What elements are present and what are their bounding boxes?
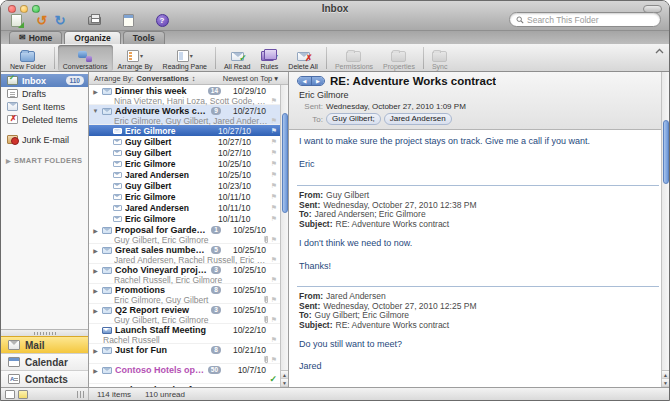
disclosure-triangle-icon[interactable]: ▶ bbox=[92, 367, 99, 374]
search-input[interactable] bbox=[527, 15, 654, 25]
view-contacts[interactable]: Contacts bbox=[1, 370, 88, 387]
flag-icon[interactable]: ⚑ bbox=[271, 117, 277, 124]
tab-organize[interactable]: Organize bbox=[64, 31, 120, 44]
meeting-row[interactable]: Launch Staff Meeting 10/22/10 Rachel Rus… bbox=[89, 324, 280, 344]
sidebar-item-junk[interactable]: Junk E-mail bbox=[1, 133, 88, 146]
scroll-up-button[interactable]: ▲ bbox=[662, 371, 669, 379]
arrange-by-control[interactable]: Arrange By: Conversations ↕ bbox=[94, 74, 223, 83]
conversation-row[interactable]: ▶ Just for Fun 8 10/21/10 ⚑ bbox=[89, 344, 280, 364]
scrollbar-thumb[interactable] bbox=[282, 113, 288, 213]
new-item-button[interactable] bbox=[7, 12, 25, 28]
flag-icon[interactable]: ⚑ bbox=[265, 182, 277, 189]
flag-icon[interactable]: ⚑ bbox=[265, 171, 277, 178]
delete-all-button[interactable]: ✗ Delete All bbox=[283, 45, 323, 71]
deleted-items-icon bbox=[7, 115, 18, 124]
conversation-row[interactable]: ▶ Great sales numbers for new d... 5 10/… bbox=[89, 244, 280, 264]
message-row[interactable]: Jared Andersen 10/11/10 ⚑ bbox=[89, 202, 280, 213]
conversation-row[interactable]: ▼ Adventure Works contract 9 10/27/10 Er… bbox=[89, 105, 280, 125]
disclosure-triangle-icon[interactable]: ▶ bbox=[92, 307, 99, 314]
disclosure-triangle-icon[interactable]: ▶ bbox=[92, 347, 99, 354]
flag-icon[interactable]: ⚑ bbox=[271, 276, 277, 283]
new-folder-button[interactable]: New Folder bbox=[5, 45, 51, 71]
message-row[interactable]: Eric Gilmore 10/11/10 ⚑ bbox=[89, 191, 280, 202]
reading-pane-button[interactable]: ▾ Reading Pane bbox=[158, 45, 212, 71]
message-row[interactable]: Guy Gilbert 10/27/10 ⚑ bbox=[89, 136, 280, 147]
disclosure-triangle-icon[interactable]: ▼ bbox=[92, 108, 99, 114]
flag-icon[interactable]: ⚑ bbox=[265, 204, 277, 211]
disclosure-triangle-icon[interactable]: ▶ bbox=[92, 267, 99, 274]
disclosure-triangle-icon[interactable]: ▶ bbox=[92, 227, 99, 234]
conversation-row[interactable]: ▶ Budget planning for next quarter bbox=[89, 384, 280, 387]
disclosure-triangle-icon[interactable]: ▶ bbox=[92, 88, 99, 95]
sidebar-item-drafts[interactable]: Drafts bbox=[1, 87, 88, 100]
conversations-button[interactable]: Conversations bbox=[58, 45, 113, 71]
message-row[interactable]: Jared Andersen 10/25/10 ⚑ bbox=[89, 169, 280, 180]
recipient-chip[interactable]: Guy Gilbert; bbox=[326, 113, 381, 125]
disclosure-triangle-icon[interactable]: ▶ bbox=[92, 387, 99, 388]
all-read-button[interactable]: ✓ All Read bbox=[219, 45, 255, 71]
collapse-ribbon-button[interactable] bbox=[653, 46, 666, 56]
print-button[interactable] bbox=[85, 12, 103, 28]
undo-button[interactable]: ↺ bbox=[33, 12, 51, 28]
conversation-row[interactable]: ▶ Contoso Hotels opportunity 50 10/7/10 … bbox=[89, 364, 280, 384]
reading-scrollbar[interactable]: ▲ ▼ bbox=[661, 72, 669, 387]
scrollbar-thumb[interactable] bbox=[663, 120, 669, 184]
list-scrollbar[interactable]: ▲ ▼ bbox=[280, 85, 288, 387]
smart-folders-header[interactable]: ▶ SMART FOLDERS bbox=[1, 156, 88, 165]
view-calendar[interactable]: Calendar bbox=[1, 353, 88, 370]
flag-icon[interactable]: ⚑ bbox=[265, 138, 277, 145]
conversation-row[interactable]: ▶ Proposal for Garden makeover 1 10/25/1… bbox=[89, 224, 280, 244]
tab-home[interactable]: ✉ Home bbox=[9, 31, 62, 44]
next-message-button[interactable]: ▶ bbox=[311, 77, 324, 85]
tab-tools[interactable]: Tools bbox=[123, 31, 165, 44]
message-row[interactable]: Guy Gilbert 10/23/10 ⚑ bbox=[89, 180, 280, 191]
flag-icon[interactable]: ⚑ bbox=[265, 215, 277, 222]
conversation-row[interactable]: ▶ Q2 Report review 3 10/25/10 Guy Gilber… bbox=[89, 304, 280, 324]
flag-icon[interactable]: ⚑ bbox=[271, 256, 277, 263]
message-date: 10/11/10 bbox=[218, 192, 262, 202]
help-button[interactable]: ? bbox=[153, 12, 171, 28]
rules-button[interactable]: ▾ Rules bbox=[255, 45, 283, 71]
conversation-row[interactable]: ▶ Promotions 8 10/25/10 Eric Gilmore, Gu… bbox=[89, 284, 280, 304]
scroll-up-button[interactable]: ▲ bbox=[281, 371, 288, 379]
conversation-row[interactable]: ▶ Coho Vineyard project 3 10/25/10 Rache… bbox=[89, 264, 280, 284]
previous-message-button[interactable]: ◀ bbox=[298, 77, 311, 85]
notebook-button[interactable] bbox=[119, 12, 137, 28]
disclosure-triangle-icon[interactable]: ▶ bbox=[92, 247, 99, 254]
sidebar-item-deleted[interactable]: Deleted Items bbox=[1, 113, 88, 126]
message-row[interactable]: Eric Gilmore 10/25/10 ⚑ bbox=[89, 158, 280, 169]
sidebar-item-sent[interactable]: Sent Items bbox=[1, 100, 88, 113]
search-field[interactable] bbox=[509, 12, 661, 27]
flag-icon[interactable]: ⚑ bbox=[271, 316, 277, 323]
conversation-row[interactable]: ▶ Dinner this week 14 10/29/10 Nina Viet… bbox=[89, 85, 280, 105]
flag-icon[interactable]: ⚑ bbox=[271, 356, 277, 363]
view-mail[interactable]: Mail bbox=[1, 336, 88, 353]
flag-icon[interactable]: ⚑ bbox=[271, 236, 277, 243]
list-header: Arrange By: Conversations ↕ Newest on To… bbox=[89, 72, 288, 85]
flag-icon[interactable]: ⚑ bbox=[265, 127, 277, 134]
reading-view-button[interactable] bbox=[18, 390, 28, 399]
recipient-chip[interactable]: Jared Andersen bbox=[384, 113, 452, 125]
arrange-by-button[interactable]: ▾ Arrange By bbox=[113, 45, 158, 71]
scroll-down-button[interactable]: ▼ bbox=[281, 379, 288, 387]
sync-icon bbox=[432, 51, 447, 62]
message-sender: Eric Gilmore bbox=[125, 159, 215, 169]
disclosure-triangle-icon[interactable]: ▶ bbox=[92, 287, 99, 294]
flag-icon[interactable]: ⚑ bbox=[265, 160, 277, 167]
message-row[interactable]: Guy Gilbert 10/27/10 ⚑ bbox=[89, 147, 280, 158]
drafts-label: Drafts bbox=[22, 89, 46, 99]
flag-icon[interactable]: ⚑ bbox=[271, 296, 277, 303]
pane-resize-grip[interactable] bbox=[77, 391, 85, 398]
sort-order-control[interactable]: Newest on Top ▾ bbox=[223, 74, 278, 83]
flag-icon[interactable]: ⚑ bbox=[271, 97, 277, 104]
flag-icon[interactable]: ⚑ bbox=[265, 149, 277, 156]
message-row[interactable]: Eric Gilmore 10/11/10 ⚑ bbox=[89, 213, 280, 224]
scroll-down-button[interactable]: ▼ bbox=[662, 379, 669, 387]
normal-view-button[interactable] bbox=[5, 390, 15, 399]
flag-icon[interactable]: ⚑ bbox=[271, 336, 277, 343]
sidebar-item-inbox[interactable]: Inbox 110 bbox=[1, 74, 88, 87]
message-row[interactable]: Eric Gilmore 10/27/10 ⚑ bbox=[89, 125, 280, 136]
sidebar-splitter[interactable] bbox=[1, 329, 88, 336]
redo-button[interactable]: ↻ bbox=[51, 12, 69, 28]
flag-icon[interactable]: ⚑ bbox=[265, 193, 277, 200]
